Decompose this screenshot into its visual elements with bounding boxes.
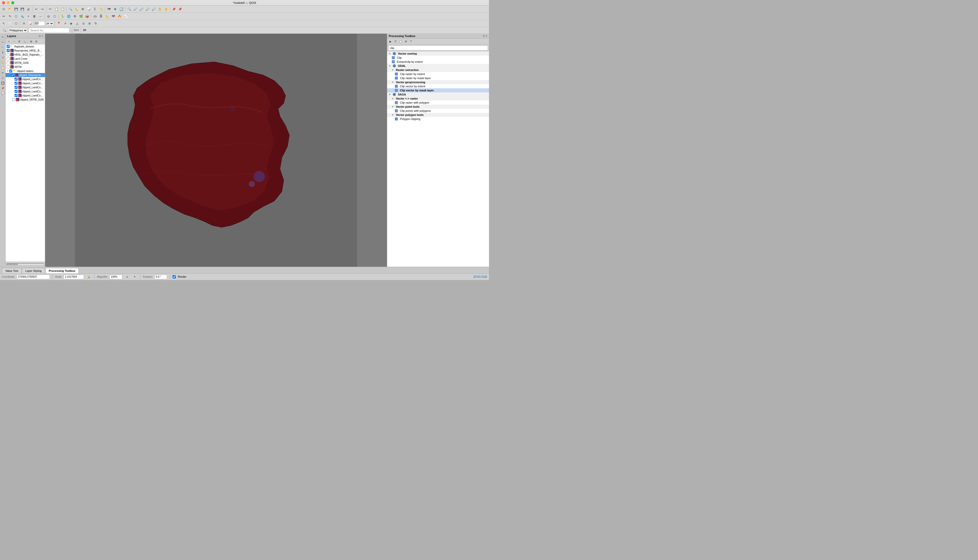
undo-button[interactable]: ↩ bbox=[33, 7, 39, 12]
refresh-button[interactable]: 🔄 bbox=[118, 7, 124, 12]
gdal-btn[interactable]: 📐 bbox=[104, 13, 110, 19]
tab-processing-toolbox[interactable]: Processing Toolbox bbox=[45, 268, 78, 273]
tree-item-polygon-clipping[interactable]: Polygon clipping bbox=[387, 117, 489, 121]
diagram-btn[interactable]: 📊 bbox=[27, 21, 33, 26]
minimize-button[interactable] bbox=[7, 1, 10, 4]
pan-map-button[interactable]: 🖐 bbox=[163, 7, 169, 12]
tree-item-clip-raster-mask[interactable]: Clip raster by mask layer bbox=[387, 76, 489, 80]
open-button[interactable]: 📂 bbox=[7, 7, 13, 12]
tool-vertex[interactable]: ⬡ bbox=[0, 75, 5, 80]
rotation-field[interactable] bbox=[37, 21, 45, 26]
layer-checkbox-clipped_reprojected[interactable] bbox=[11, 73, 14, 77]
saga-btn[interactable]: 📦 bbox=[84, 13, 90, 19]
tree-expand-vector-geoprocessing[interactable]: ▼ bbox=[392, 81, 394, 83]
zoom-full-button[interactable]: 🔎 bbox=[138, 7, 144, 12]
collapse-all-btn[interactable]: ⊟ bbox=[34, 39, 38, 43]
edit-btn[interactable]: ✎ bbox=[7, 13, 13, 19]
layer-item-srtm[interactable]: SRTM bbox=[6, 65, 45, 69]
render-checkbox[interactable] bbox=[173, 275, 176, 278]
tree-item-vector-geoprocessing[interactable]: ▼Vector geoprocessing bbox=[387, 80, 489, 84]
logo-button[interactable]: 🗺 bbox=[82, 28, 88, 33]
node-btn[interactable]: ⬡ bbox=[13, 13, 19, 19]
tool-annotations[interactable]: 💬 bbox=[0, 91, 5, 95]
rotate-point-btn[interactable]: ↻ bbox=[93, 21, 98, 26]
tool-zoom-out[interactable]: − bbox=[0, 45, 5, 50]
proc-history-btn[interactable]: ⏱ bbox=[393, 39, 398, 43]
layer-item-lc2015[interactable]: clipped_LandCover_2015_3106 bbox=[6, 93, 45, 98]
tool-zoom-in[interactable]: + bbox=[0, 40, 5, 44]
tool-pan[interactable]: ↖ bbox=[0, 35, 5, 39]
tree-expand-vector-raster[interactable]: ▼ bbox=[392, 98, 394, 100]
deselect-button[interactable]: ⚙ bbox=[80, 7, 85, 12]
layer-item-lc2017[interactable]: clipped_LandCover_2017_3106 bbox=[6, 85, 45, 89]
select-rectangle-btn[interactable]: ⬜ bbox=[7, 21, 13, 26]
tree-item-clip-points-polygons[interactable]: Clip points with polygons bbox=[387, 109, 489, 113]
layer-item-clipped_reprojected[interactable]: clipped_Reprojected_HRSL_BGD_Rajsha bbox=[6, 73, 45, 77]
attribute-table-button[interactable]: 📊 bbox=[86, 7, 92, 12]
tool-select[interactable]: ↗ bbox=[0, 55, 5, 60]
move-btn[interactable]: ↔ bbox=[38, 13, 43, 19]
tree-expand-vector-overlay[interactable]: ▼ bbox=[389, 53, 391, 55]
tool-identify[interactable]: ℹ bbox=[0, 50, 5, 55]
fill-ring-btn[interactable]: ⊚ bbox=[87, 21, 92, 26]
label-btn[interactable]: A bbox=[21, 21, 27, 26]
tool-layer[interactable]: 📋 bbox=[0, 65, 5, 70]
tree-expand-saga[interactable]: ▼ bbox=[389, 93, 391, 96]
processing-btn[interactable]: ⚙ bbox=[72, 13, 78, 19]
layer-item-lc2019[interactable]: clipped_LandCover_2019_3106 bbox=[6, 77, 45, 81]
edc-button[interactable]: EDC bbox=[73, 28, 80, 33]
cut-button[interactable]: ✂ bbox=[47, 7, 53, 12]
layer-checkbox-lc2015[interactable] bbox=[15, 94, 18, 97]
layer-checkbox-lc2016[interactable] bbox=[15, 90, 18, 93]
new-button[interactable]: 🗋 bbox=[1, 7, 7, 12]
digitize-btn[interactable]: ✏ bbox=[1, 13, 7, 19]
tree-item-clip-raster-extent[interactable]: Clip raster by extent bbox=[387, 72, 489, 76]
add-ring-btn[interactable]: ⊙ bbox=[81, 21, 86, 26]
layer-checkbox-srtm3106[interactable] bbox=[7, 61, 10, 64]
tab-layer-styling[interactable]: Layer Styling bbox=[22, 268, 45, 273]
tree-item-clip-raster-polygon[interactable]: Clip raster with polygon bbox=[387, 100, 489, 105]
zoom-in-button[interactable]: 🔍 bbox=[126, 7, 132, 12]
delete-feature-btn[interactable]: 🗑 bbox=[32, 13, 37, 19]
identify-button[interactable]: 🔍 bbox=[68, 7, 73, 12]
layer-checkbox-srtm[interactable] bbox=[7, 65, 10, 68]
add-feature-btn[interactable]: + bbox=[25, 13, 31, 19]
tree-item-vector-overlay[interactable]: ▼Vector overlay bbox=[387, 52, 489, 56]
layer-checkbox-reprojected[interactable] bbox=[7, 49, 10, 52]
zoom-out-button[interactable]: 🔎 bbox=[132, 7, 138, 12]
layer-checkbox-clipped_rasters[interactable] bbox=[9, 70, 12, 72]
proc-run-btn[interactable]: ▶ bbox=[388, 39, 393, 43]
filter-btn[interactable]: 🔍 bbox=[22, 39, 27, 43]
tree-item-saga[interactable]: ▼SAGA bbox=[387, 92, 489, 97]
tree-item-clip-vector-extent[interactable]: Clip vector by extent bbox=[387, 84, 489, 88]
offset-curve-btn[interactable]: ↗ bbox=[62, 21, 68, 26]
georef-btn[interactable]: 🗺 bbox=[110, 13, 116, 19]
magnifier-up[interactable]: ▲ bbox=[124, 274, 130, 280]
settings-button[interactable]: ⚙ bbox=[112, 7, 118, 12]
proc-results-btn[interactable]: 📋 bbox=[398, 39, 403, 43]
location-select[interactable]: Philippines bbox=[8, 28, 28, 33]
part-btn[interactable]: ⬡ bbox=[52, 13, 57, 19]
tool-measure[interactable]: 📐 bbox=[0, 60, 5, 65]
save-button[interactable]: 💾 bbox=[13, 7, 19, 12]
layer-checkbox-lc2018[interactable] bbox=[15, 82, 18, 85]
statistics-button[interactable]: Σ bbox=[92, 7, 98, 12]
tree-item-vector-raster[interactable]: ▼Vector <-> raster bbox=[387, 97, 489, 100]
open-layer-props-btn[interactable]: ⚙ bbox=[17, 39, 22, 43]
layer-item-clipped_rasters[interactable]: ▼📁clipped rasters bbox=[6, 69, 45, 73]
remove-layer-btn[interactable]: − bbox=[12, 39, 16, 43]
tree-item-gdal[interactable]: ▼GDAL bbox=[387, 64, 489, 68]
scale-lock-btn[interactable]: 🔒 bbox=[86, 274, 92, 280]
reshape-btn[interactable]: ◈ bbox=[68, 21, 74, 26]
layers-panel-toggle[interactable]: ⊟ bbox=[39, 35, 41, 37]
select-button[interactable]: 📐 bbox=[74, 7, 79, 12]
tree-expand-gdal[interactable]: ▼ bbox=[389, 65, 391, 67]
layer-item-clipped_srtm[interactable]: clipped_SRTM_3106 bbox=[6, 98, 45, 102]
tree-item-raster-extraction[interactable]: ▼Raster extraction bbox=[387, 68, 489, 72]
processing-search-input[interactable]: clip bbox=[388, 45, 488, 50]
python-btn[interactable]: 🐍 bbox=[60, 13, 65, 19]
magnifier-input[interactable] bbox=[110, 275, 122, 279]
layer-checkbox-lc2017[interactable] bbox=[15, 86, 18, 89]
search-input[interactable] bbox=[28, 28, 70, 33]
paste-button[interactable]: 📋 bbox=[60, 7, 65, 12]
